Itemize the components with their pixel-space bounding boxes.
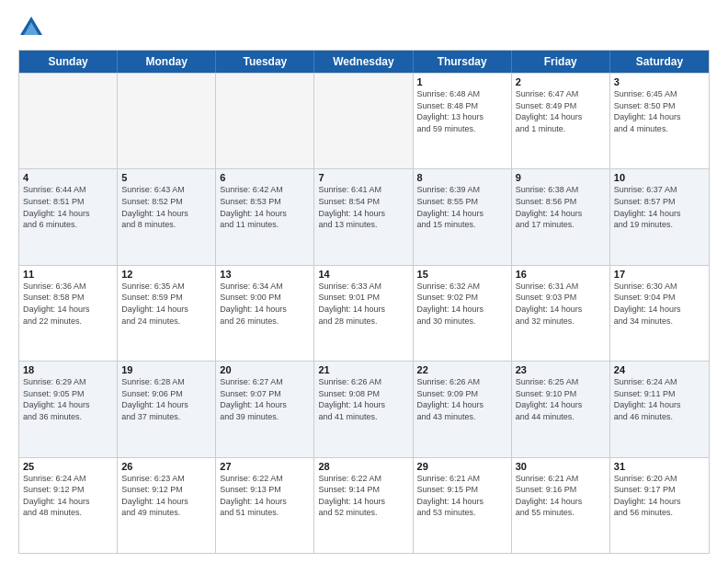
day-number: 27 [220,461,310,472]
page: SundayMondayTuesdayWednesdayThursdayFrid… [0,0,728,563]
day-info: Sunrise: 6:27 AM Sunset: 9:07 PM Dayligh… [220,376,310,422]
calendar-body: 1Sunrise: 6:48 AM Sunset: 8:48 PM Daylig… [19,73,709,553]
calendar-cell [118,74,216,168]
calendar-cell: 13Sunrise: 6:34 AM Sunset: 9:00 PM Dayli… [216,266,314,361]
calendar-cell: 15Sunrise: 6:32 AM Sunset: 9:02 PM Dayli… [414,266,512,361]
day-info: Sunrise: 6:22 AM Sunset: 9:13 PM Dayligh… [220,473,310,519]
calendar-cell: 21Sunrise: 6:26 AM Sunset: 9:08 PM Dayli… [314,362,413,456]
day-info: Sunrise: 6:41 AM Sunset: 8:54 PM Dayligh… [318,184,408,230]
day-info: Sunrise: 6:35 AM Sunset: 8:59 PM Dayligh… [121,281,211,327]
calendar-row: 11Sunrise: 6:36 AM Sunset: 8:58 PM Dayli… [19,265,709,361]
calendar-cell: 11Sunrise: 6:36 AM Sunset: 8:58 PM Dayli… [19,266,118,361]
calendar-cell: 23Sunrise: 6:25 AM Sunset: 9:10 PM Dayli… [512,362,610,456]
day-number: 22 [417,364,507,375]
calendar-cell: 16Sunrise: 6:31 AM Sunset: 9:03 PM Dayli… [512,266,610,361]
day-number: 23 [516,364,606,375]
day-number: 20 [220,364,310,375]
day-info: Sunrise: 6:42 AM Sunset: 8:53 PM Dayligh… [220,184,310,230]
day-number: 16 [516,269,606,280]
weekday-header: Sunday [19,51,118,73]
calendar-cell: 27Sunrise: 6:22 AM Sunset: 9:13 PM Dayli… [216,458,314,553]
day-number: 6 [220,172,310,183]
day-info: Sunrise: 6:37 AM Sunset: 8:57 PM Dayligh… [614,184,705,230]
header [18,15,710,40]
calendar-cell: 18Sunrise: 6:29 AM Sunset: 9:05 PM Dayli… [19,362,118,456]
day-info: Sunrise: 6:43 AM Sunset: 8:52 PM Dayligh… [121,184,211,230]
day-number: 9 [516,172,606,183]
day-info: Sunrise: 6:24 AM Sunset: 9:11 PM Dayligh… [614,376,705,422]
calendar-cell: 20Sunrise: 6:27 AM Sunset: 9:07 PM Dayli… [216,362,314,456]
calendar-cell: 24Sunrise: 6:24 AM Sunset: 9:11 PM Dayli… [610,362,709,456]
day-number: 24 [614,364,705,375]
day-info: Sunrise: 6:28 AM Sunset: 9:06 PM Dayligh… [121,376,211,422]
day-info: Sunrise: 6:25 AM Sunset: 9:10 PM Dayligh… [516,376,606,422]
calendar-cell: 19Sunrise: 6:28 AM Sunset: 9:06 PM Dayli… [118,362,216,456]
day-number: 26 [121,461,211,472]
calendar-cell: 6Sunrise: 6:42 AM Sunset: 8:53 PM Daylig… [216,169,314,264]
day-number: 31 [614,461,705,472]
calendar-cell: 8Sunrise: 6:39 AM Sunset: 8:55 PM Daylig… [414,169,512,264]
calendar-row: 25Sunrise: 6:24 AM Sunset: 9:12 PM Dayli… [19,457,709,553]
calendar: SundayMondayTuesdayWednesdayThursdayFrid… [18,50,710,554]
day-number: 5 [121,172,211,183]
calendar-cell: 22Sunrise: 6:26 AM Sunset: 9:09 PM Dayli… [414,362,512,456]
calendar-cell: 5Sunrise: 6:43 AM Sunset: 8:52 PM Daylig… [118,169,216,264]
calendar-cell: 1Sunrise: 6:48 AM Sunset: 8:48 PM Daylig… [414,74,512,168]
day-number: 28 [318,461,408,472]
day-info: Sunrise: 6:24 AM Sunset: 9:12 PM Dayligh… [23,473,113,519]
weekday-header: Tuesday [216,51,314,73]
calendar-cell: 7Sunrise: 6:41 AM Sunset: 8:54 PM Daylig… [314,169,413,264]
calendar-cell: 12Sunrise: 6:35 AM Sunset: 8:59 PM Dayli… [118,266,216,361]
day-info: Sunrise: 6:26 AM Sunset: 9:09 PM Dayligh… [417,376,507,422]
day-info: Sunrise: 6:45 AM Sunset: 8:50 PM Dayligh… [614,88,705,134]
weekday-header: Thursday [414,51,512,73]
day-number: 7 [318,172,408,183]
calendar-cell: 26Sunrise: 6:23 AM Sunset: 9:12 PM Dayli… [118,458,216,553]
day-info: Sunrise: 6:38 AM Sunset: 8:56 PM Dayligh… [516,184,606,230]
day-info: Sunrise: 6:30 AM Sunset: 9:04 PM Dayligh… [614,281,705,327]
calendar-cell: 9Sunrise: 6:38 AM Sunset: 8:56 PM Daylig… [512,169,610,264]
day-info: Sunrise: 6:21 AM Sunset: 9:15 PM Dayligh… [417,473,507,519]
calendar-cell: 17Sunrise: 6:30 AM Sunset: 9:04 PM Dayli… [610,266,709,361]
day-info: Sunrise: 6:47 AM Sunset: 8:49 PM Dayligh… [516,88,606,134]
calendar-cell: 29Sunrise: 6:21 AM Sunset: 9:15 PM Dayli… [414,458,512,553]
day-number: 17 [614,269,705,280]
day-info: Sunrise: 6:44 AM Sunset: 8:51 PM Dayligh… [23,184,113,230]
calendar-cell: 14Sunrise: 6:33 AM Sunset: 9:01 PM Dayli… [314,266,413,361]
day-number: 10 [614,172,705,183]
logo [18,15,48,40]
calendar-cell: 28Sunrise: 6:22 AM Sunset: 9:14 PM Dayli… [314,458,413,553]
day-info: Sunrise: 6:39 AM Sunset: 8:55 PM Dayligh… [417,184,507,230]
logo-icon [18,15,44,40]
calendar-row: 1Sunrise: 6:48 AM Sunset: 8:48 PM Daylig… [19,73,709,168]
day-info: Sunrise: 6:48 AM Sunset: 8:48 PM Dayligh… [417,88,507,134]
day-number: 19 [121,364,211,375]
calendar-cell: 4Sunrise: 6:44 AM Sunset: 8:51 PM Daylig… [19,169,118,264]
day-number: 4 [23,172,113,183]
calendar-header: SundayMondayTuesdayWednesdayThursdayFrid… [19,51,709,73]
day-info: Sunrise: 6:29 AM Sunset: 9:05 PM Dayligh… [23,376,113,422]
day-number: 13 [220,269,310,280]
day-number: 1 [417,76,507,87]
weekday-header: Friday [512,51,610,73]
day-number: 3 [614,76,705,87]
day-info: Sunrise: 6:26 AM Sunset: 9:08 PM Dayligh… [318,376,408,422]
day-number: 21 [318,364,408,375]
calendar-cell [216,74,314,168]
calendar-cell: 31Sunrise: 6:20 AM Sunset: 9:17 PM Dayli… [610,458,709,553]
day-number: 18 [23,364,113,375]
day-number: 12 [121,269,211,280]
calendar-cell [314,74,413,168]
day-number: 14 [318,269,408,280]
calendar-row: 18Sunrise: 6:29 AM Sunset: 9:05 PM Dayli… [19,361,709,456]
calendar-cell: 30Sunrise: 6:21 AM Sunset: 9:16 PM Dayli… [512,458,610,553]
day-number: 30 [516,461,606,472]
weekday-header: Monday [118,51,216,73]
day-info: Sunrise: 6:36 AM Sunset: 8:58 PM Dayligh… [23,281,113,327]
day-info: Sunrise: 6:32 AM Sunset: 9:02 PM Dayligh… [417,281,507,327]
day-info: Sunrise: 6:34 AM Sunset: 9:00 PM Dayligh… [220,281,310,327]
day-info: Sunrise: 6:31 AM Sunset: 9:03 PM Dayligh… [516,281,606,327]
weekday-header: Wednesday [314,51,413,73]
calendar-cell [19,74,118,168]
calendar-cell: 2Sunrise: 6:47 AM Sunset: 8:49 PM Daylig… [512,74,610,168]
